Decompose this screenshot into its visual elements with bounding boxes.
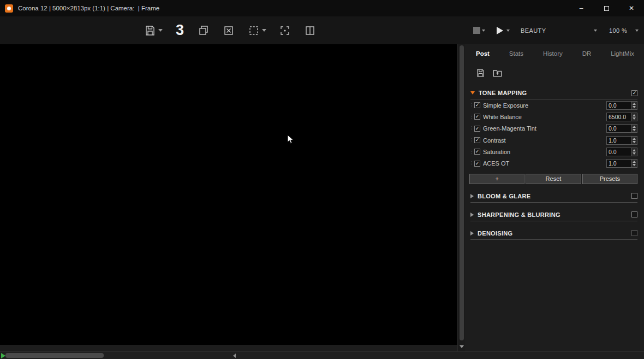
spin-up-icon[interactable] bbox=[633, 149, 636, 151]
spin-down-icon[interactable] bbox=[633, 152, 636, 155]
tab-stats[interactable]: Stats bbox=[509, 49, 523, 58]
clear-image-button[interactable] bbox=[222, 24, 235, 37]
param-checkbox[interactable]: ✓ bbox=[474, 161, 480, 167]
spin-up-icon[interactable] bbox=[633, 126, 636, 128]
section-title: BLOOM & GLARE bbox=[478, 193, 530, 199]
minimize-button[interactable]: – bbox=[569, 0, 594, 16]
tab-post[interactable]: Post bbox=[476, 49, 490, 58]
spin-down-icon[interactable] bbox=[633, 106, 636, 108]
spin-down-icon[interactable] bbox=[633, 141, 636, 143]
save-config-button[interactable] bbox=[475, 68, 486, 80]
drag-handle-icon[interactable]: ⋮ bbox=[469, 115, 472, 119]
param-checkbox[interactable]: ✓ bbox=[474, 126, 480, 132]
spinner-control[interactable] bbox=[631, 137, 637, 144]
spinner-control[interactable] bbox=[631, 102, 637, 109]
expand-arrow-icon[interactable] bbox=[470, 231, 474, 236]
param-value-input[interactable] bbox=[607, 148, 631, 156]
spin-down-icon[interactable] bbox=[633, 129, 636, 131]
start-render-button[interactable] bbox=[494, 25, 510, 36]
param-checkbox[interactable]: ✓ bbox=[474, 114, 480, 120]
load-config-button[interactable] bbox=[492, 68, 503, 80]
close-button[interactable]: ✕ bbox=[619, 0, 644, 16]
stop-render-button[interactable] bbox=[473, 27, 485, 34]
render-element-select[interactable]: BEAUTY bbox=[518, 27, 599, 34]
horizontal-scrollbar[interactable] bbox=[0, 351, 644, 359]
param-value-input[interactable] bbox=[607, 137, 631, 144]
toolbar-left-group: 3 bbox=[144, 16, 317, 44]
spinner-control[interactable] bbox=[631, 125, 637, 132]
param-checkbox[interactable]: ✓ bbox=[474, 102, 480, 108]
scroll-left-arrow-icon[interactable] bbox=[233, 354, 236, 358]
load-folder-icon bbox=[492, 68, 503, 78]
expand-arrow-icon[interactable] bbox=[470, 194, 474, 198]
toolbar-right-group: BEAUTY 100 % bbox=[473, 16, 640, 44]
section-bloom-glare-header[interactable]: BLOOM & GLARE bbox=[470, 193, 637, 203]
save-image-button[interactable] bbox=[144, 24, 163, 37]
section-sharpening-blurring-header[interactable]: SHARPENING & BLURRING bbox=[470, 211, 637, 221]
spin-up-icon[interactable] bbox=[633, 161, 636, 163]
region-render-button[interactable] bbox=[247, 24, 266, 37]
duplicate-button[interactable] bbox=[197, 24, 210, 37]
section-denoising-header[interactable]: DENOISING bbox=[470, 230, 637, 240]
drag-handle-icon[interactable]: ⋮ bbox=[469, 150, 472, 154]
tab-history[interactable]: History bbox=[543, 49, 563, 58]
window-title: Corona 12 | 5000×2813px (1:1) | Camera: … bbox=[18, 5, 159, 11]
spin-down-icon[interactable] bbox=[633, 164, 636, 166]
bloom-glare-enable-checkbox[interactable] bbox=[631, 193, 637, 199]
param-value-input[interactable] bbox=[607, 113, 631, 121]
spin-up-icon[interactable] bbox=[633, 103, 636, 105]
section-tone-mapping-header[interactable]: TONE MAPPING ✓ bbox=[470, 90, 637, 99]
vertical-scrollbar[interactable] bbox=[457, 44, 465, 351]
spin-up-icon[interactable] bbox=[633, 138, 636, 140]
param-checkbox[interactable]: ✓ bbox=[474, 137, 480, 143]
tone-mapping-enable-checkbox[interactable]: ✓ bbox=[631, 90, 637, 96]
param-value-input[interactable] bbox=[607, 102, 631, 109]
param-value-input[interactable] bbox=[607, 160, 631, 167]
fit-to-view-button[interactable] bbox=[278, 24, 291, 37]
denoising-enable-checkbox[interactable] bbox=[631, 230, 637, 236]
render-dropdown-caret-icon[interactable] bbox=[506, 30, 510, 32]
spinner-control[interactable] bbox=[631, 148, 637, 156]
section-title: TONE MAPPING bbox=[479, 90, 527, 96]
drag-handle-icon[interactable]: ⋮ bbox=[469, 126, 472, 131]
drag-handle-icon[interactable]: ⋮ bbox=[469, 103, 472, 108]
drag-handle-icon[interactable]: ⋮ bbox=[469, 138, 472, 143]
window-controls: – ✕ bbox=[569, 0, 644, 16]
stop-dropdown-caret-icon[interactable] bbox=[482, 30, 485, 32]
value-field bbox=[606, 136, 637, 145]
tone-mapping-row: ⋮ ✓ White Balance bbox=[469, 111, 637, 122]
reset-button[interactable]: Reset bbox=[526, 174, 581, 184]
horizontal-scroll-thumb[interactable] bbox=[5, 353, 104, 358]
expand-arrow-icon[interactable] bbox=[470, 213, 474, 217]
zoom-select[interactable]: 100 % bbox=[608, 27, 640, 34]
param-value-input[interactable] bbox=[607, 125, 631, 132]
render-viewport[interactable] bbox=[0, 44, 457, 345]
scroll-down-arrow-icon[interactable] bbox=[460, 345, 464, 348]
sharpening-enable-checkbox[interactable] bbox=[631, 211, 637, 217]
presets-button[interactable]: Presets bbox=[582, 174, 637, 184]
vertical-scroll-thumb[interactable] bbox=[460, 45, 464, 340]
collapse-arrow-icon[interactable] bbox=[470, 91, 475, 95]
spinner-control[interactable] bbox=[631, 160, 637, 167]
render-element-caret-icon bbox=[594, 30, 597, 32]
tone-mapping-buttons: + Reset Presets bbox=[469, 174, 637, 184]
spin-down-icon[interactable] bbox=[633, 117, 636, 120]
render-element-value: BEAUTY bbox=[521, 27, 546, 34]
spinner-control[interactable] bbox=[631, 113, 637, 121]
save-dropdown-caret-icon[interactable] bbox=[158, 29, 163, 32]
add-operator-button[interactable]: + bbox=[469, 174, 524, 184]
tab-lightmix[interactable]: LightMix bbox=[611, 49, 634, 58]
panel-icon-row bbox=[467, 58, 644, 80]
region-dropdown-caret-icon[interactable] bbox=[262, 29, 266, 32]
split-compare-button[interactable] bbox=[303, 24, 317, 37]
value-field bbox=[606, 124, 637, 133]
maximize-button[interactable] bbox=[594, 0, 619, 16]
value-field bbox=[606, 159, 637, 168]
spin-up-icon[interactable] bbox=[633, 114, 636, 116]
drag-handle-icon[interactable]: ⋮ bbox=[469, 161, 472, 166]
param-checkbox[interactable]: ✓ bbox=[474, 149, 480, 155]
tone-mapping-row: ⋮ ✓ Saturation bbox=[469, 146, 637, 157]
section-title: SHARPENING & BLURRING bbox=[478, 211, 560, 218]
tab-dr[interactable]: DR bbox=[582, 49, 592, 58]
param-label: Saturation bbox=[483, 149, 604, 155]
